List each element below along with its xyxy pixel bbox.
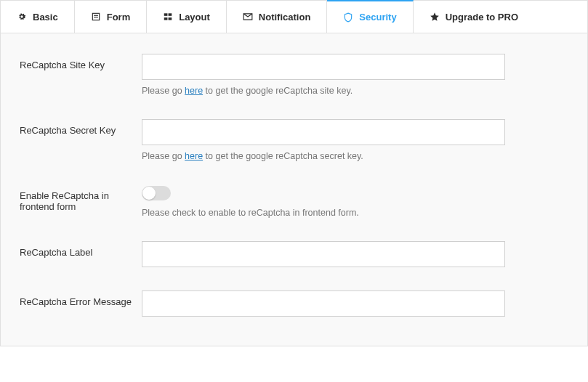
layout-icon [163,12,173,22]
svg-rect-3 [164,13,168,16]
tab-layout-label: Layout [179,12,210,23]
label-error-msg: ReCaptcha Error Message [20,290,142,307]
tab-upgrade-label: Upgrade to PRO [446,12,518,23]
hint-secret-key-pre: Please go [142,151,185,161]
svg-rect-6 [169,17,172,20]
label-secret-key: ReCaptcha Secret Key [20,119,142,136]
input-site-key[interactable] [142,54,505,80]
tab-form-label: Form [107,12,131,23]
hint-site-key: Please go here to get the google reCaptc… [142,86,505,96]
row-enable: Enable ReCaptcha in frontend form Please… [20,184,568,218]
svg-rect-4 [169,13,172,16]
tab-basic[interactable]: Basic [1,1,75,33]
hint-enable: Please check to enable to reCaptcha in f… [142,208,505,218]
star-icon [430,12,440,22]
tab-security[interactable]: Security [327,0,413,33]
row-site-key: ReCaptcha Site Key Please go here to get… [20,54,568,96]
control-captcha-label [142,241,505,267]
tab-form[interactable]: Form [75,1,148,33]
tab-upgrade[interactable]: Upgrade to PRO [414,1,534,33]
input-error-msg[interactable] [142,290,505,317]
hint-site-key-link[interactable]: here [185,86,203,96]
hint-secret-key-link[interactable]: here [185,151,203,161]
tab-basic-label: Basic [33,12,58,23]
toggle-knob [142,187,156,200]
tab-security-label: Security [359,12,396,23]
tab-notification[interactable]: Notification [227,1,328,33]
row-secret-key: ReCaptcha Secret Key Please go here to g… [20,119,568,161]
label-site-key: ReCaptcha Site Key [20,54,142,70]
tab-notification-label: Notification [259,12,311,23]
gear-icon [17,12,27,22]
control-error-msg [142,290,505,317]
label-enable: Enable ReCaptcha in frontend form [20,184,142,212]
control-enable: Please check to enable to reCaptcha in f… [142,184,505,218]
row-captcha-label: ReCaptcha Label [20,241,568,267]
hint-site-key-post: to get the google reCaptcha site key. [203,86,353,96]
form-icon [91,12,101,22]
input-captcha-label[interactable] [142,241,505,267]
envelope-icon [243,12,253,22]
row-error-msg: ReCaptcha Error Message [20,290,568,317]
control-secret-key: Please go here to get the google reCaptc… [142,119,505,161]
hint-secret-key-post: to get the google reCaptcha secret key. [203,151,363,161]
security-panel: ReCaptcha Site Key Please go here to get… [0,33,588,346]
svg-rect-5 [164,17,168,20]
hint-secret-key: Please go here to get the google reCaptc… [142,151,505,161]
control-site-key: Please go here to get the google reCaptc… [142,54,505,96]
shield-icon [343,12,353,23]
tab-layout[interactable]: Layout [147,1,227,33]
tab-bar: Basic Form Layout Notification Security … [0,0,588,33]
label-captcha-label: ReCaptcha Label [20,241,142,258]
toggle-enable[interactable] [142,186,171,200]
input-secret-key[interactable] [142,119,505,145]
hint-site-key-pre: Please go [142,86,185,96]
